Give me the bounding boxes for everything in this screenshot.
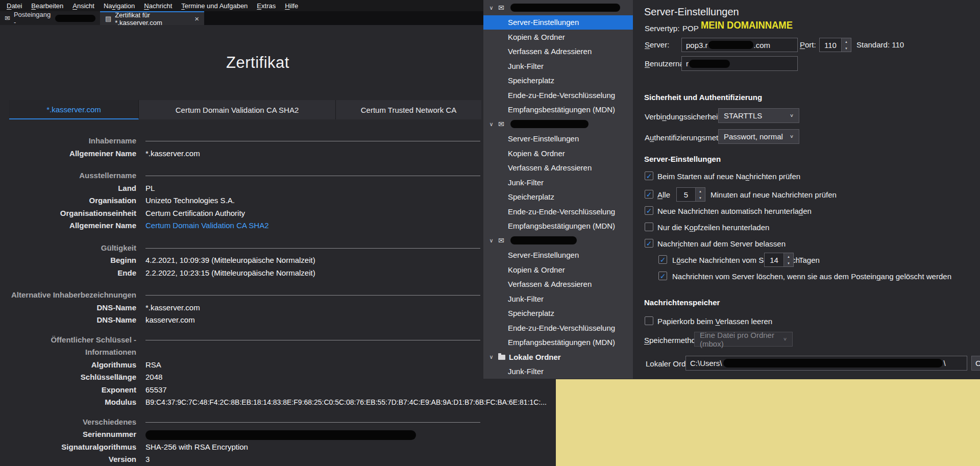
- issuer-cn-link[interactable]: Certum Domain Validation CA SHA2: [145, 221, 269, 230]
- sidebar-item-ende-zu-ende[interactable]: Ende-zu-Ende-Verschlüsselung: [483, 204, 633, 219]
- yellow-redaction-panel: [556, 379, 980, 466]
- local-directory-redaction: [723, 359, 943, 367]
- sidebar-item-empfangsbestaetigungen[interactable]: Empfangsbestätigungen (MDN): [483, 335, 633, 350]
- sidebar-item-server-einstellungen[interactable]: Server-Einstellungen: [483, 132, 633, 146]
- server-host-redaction: [708, 41, 753, 49]
- check-interval-checkbox[interactable]: [645, 190, 653, 199]
- chevron-down-icon[interactable]: ∨: [488, 121, 495, 128]
- cert-tab-kasserver[interactable]: *.kasserver.com: [9, 100, 139, 119]
- sidebar-item-local-junk-filter[interactable]: Junk-Filter: [483, 364, 633, 379]
- menu-navigation[interactable]: Navigation: [99, 1, 139, 11]
- account-header-2[interactable]: ∨ ✉: [483, 117, 633, 132]
- sidebar-item-junk-filter[interactable]: Junk-Filter: [483, 291, 633, 306]
- sidebar-item-server-einstellungen[interactable]: Server-Einstellungen: [483, 248, 633, 263]
- menu-datei[interactable]: Datei: [2, 1, 27, 11]
- sidebar-item-verfassen-adressieren[interactable]: Verfassen & Adressieren: [483, 277, 633, 292]
- serial-number-redaction: [145, 430, 416, 440]
- account-settings-sidebar: ∨ ✉ Server-Einstellungen Kopien & Ordner…: [483, 0, 633, 379]
- chevron-down-icon[interactable]: ∨: [488, 5, 495, 11]
- delete-after-checkbox[interactable]: [658, 255, 667, 264]
- sidebar-item-kopien-ordner[interactable]: Kopien & Ordner: [483, 146, 633, 161]
- headers-only-label: Nur die Kopfzeilen herunterladen: [657, 223, 769, 232]
- chevron-down-icon[interactable]: ∨: [488, 354, 495, 360]
- section-divider: [145, 141, 480, 141]
- section-divider: [145, 295, 480, 296]
- server-settings-section-header: Server-Einstellungen: [644, 155, 721, 163]
- check-interval-value[interactable]: 5: [677, 188, 695, 201]
- port-value[interactable]: 110: [820, 38, 841, 52]
- days-spin-up-icon[interactable]: ▲: [784, 253, 793, 260]
- local-folders-header[interactable]: ∨ Lokale Ordner: [483, 350, 633, 364]
- port-stepper[interactable]: 110 ▲▼: [819, 38, 851, 52]
- section-oeffentlicher-schluessel: Öffentlicher Schlüssel - Informationen A…: [0, 334, 556, 409]
- menu-hilfe[interactable]: Hilfe: [280, 1, 303, 11]
- cert-row: Schlüssellänge2048: [0, 371, 556, 384]
- sidebar-item-speicherplatz[interactable]: Speicherplatz: [483, 73, 633, 88]
- sidebar-item-empfangsbestaetigungen[interactable]: Empfangsbestätigungen (MDN): [483, 219, 633, 234]
- menu-extras[interactable]: Extras: [252, 1, 280, 11]
- account-header-3[interactable]: ∨ ✉: [483, 233, 633, 248]
- auth-method-select[interactable]: Passwort, normal ∨: [718, 129, 799, 144]
- sidebar-item-server-einstellungen[interactable]: Server-Einstellungen: [483, 15, 633, 30]
- menu-bar: Datei Bearbeiten Ansicht Navigation Nach…: [0, 0, 483, 11]
- section-verschiedenes: Verschiedenes Seriennummer Signaturalgor…: [0, 416, 556, 466]
- username-input[interactable]: r: [681, 56, 798, 71]
- sidebar-item-ende-zu-ende[interactable]: Ende-zu-Ende-Verschlüsselung: [483, 88, 633, 103]
- local-directory-input[interactable]: C:\Users\ \: [685, 356, 967, 371]
- menu-bearbeiten[interactable]: Bearbeiten: [27, 1, 68, 11]
- security-section-header: Sicherheit und Authentifizierung: [644, 93, 762, 102]
- check-interval-stepper[interactable]: 5 ▲▼: [676, 187, 705, 202]
- auto-download-checkbox[interactable]: [645, 206, 653, 215]
- interval-spin-up-icon[interactable]: ▲: [696, 188, 705, 194]
- chevron-down-icon[interactable]: ∨: [488, 237, 495, 244]
- cert-tab-certum-dv-ca[interactable]: Certum Domain Validation CA SHA2: [139, 100, 336, 119]
- server-input[interactable]: pop3.r .com: [681, 38, 798, 52]
- sidebar-item-speicherplatz[interactable]: Speicherplatz: [483, 190, 633, 205]
- check-interval-label-before: Alle: [657, 190, 670, 199]
- delete-after-stepper[interactable]: 14 ▲▼: [764, 253, 794, 267]
- interval-spin-down-icon[interactable]: ▼: [696, 194, 705, 201]
- chevron-down-icon: ∨: [783, 336, 787, 341]
- leave-on-server-checkbox[interactable]: [645, 239, 653, 248]
- headers-only-checkbox[interactable]: [645, 223, 653, 231]
- storage-method-select: Eine Datei pro Ordner (mbox) ∨: [694, 332, 793, 347]
- delete-after-label-after: Tagen: [799, 256, 820, 264]
- check-on-start-checkbox[interactable]: [645, 171, 653, 180]
- sidebar-item-verfassen-adressieren[interactable]: Verfassen & Adressieren: [483, 161, 633, 176]
- sidebar-item-kopien-ordner[interactable]: Kopien & Ordner: [483, 262, 633, 277]
- sidebar-item-verfassen-adressieren[interactable]: Verfassen & Adressieren: [483, 44, 633, 59]
- section-divider: [145, 248, 480, 249]
- server-type-value: POP: [682, 24, 699, 33]
- menu-ansicht[interactable]: Ansicht: [68, 1, 99, 11]
- tab-inbox-label: Posteingang -: [14, 11, 52, 26]
- sidebar-item-ende-zu-ende[interactable]: Ende-zu-Ende-Verschlüsselung: [483, 321, 633, 335]
- sidebar-item-junk-filter[interactable]: Junk-Filter: [483, 175, 633, 190]
- delete-with-inbox-checkbox[interactable]: [658, 272, 667, 280]
- account-header-1[interactable]: ∨ ✉: [483, 1, 633, 15]
- choose-folder-button[interactable]: Ordner wählen…: [971, 356, 980, 371]
- cert-row: OrganisationseinheitCertum Certification…: [0, 207, 556, 220]
- days-spin-down-icon[interactable]: ▼: [784, 260, 793, 266]
- sidebar-item-speicherplatz[interactable]: Speicherplatz: [483, 306, 633, 321]
- cert-tab-certum-trusted-ca[interactable]: Certum Trusted Network CA: [336, 100, 481, 119]
- menu-nachricht[interactable]: Nachricht: [139, 1, 177, 11]
- connection-security-select[interactable]: STARTTLS ∨: [718, 108, 799, 123]
- auth-method-value: Passwort, normal: [724, 132, 783, 141]
- tab-inbox[interactable]: ✉ Posteingang -: [0, 11, 100, 25]
- cert-row: Seriennummer: [0, 428, 556, 441]
- port-spin-up-icon[interactable]: ▲: [842, 38, 851, 45]
- sidebar-item-junk-filter[interactable]: Junk-Filter: [483, 59, 633, 73]
- tab-certificate[interactable]: ▤ Zertifikat für *.kasserver.com ×: [100, 11, 204, 25]
- document-icon: ▤: [105, 15, 111, 22]
- menu-termine-und-aufgaben[interactable]: Termine und Aufgaben: [177, 1, 252, 11]
- envelope-icon: ✉: [498, 236, 507, 244]
- sidebar-item-empfangsbestaetigungen[interactable]: Empfangsbestätigungen (MDN): [483, 103, 633, 117]
- section-alternative-inhaberbezeichnungen: Alternative Inhaberbezeichnungen DNS-Nam…: [0, 289, 556, 327]
- empty-trash-checkbox[interactable]: [645, 316, 653, 325]
- close-icon[interactable]: ×: [194, 14, 199, 23]
- local-directory-prefix: C:\Users\: [690, 359, 722, 367]
- port-spin-down-icon[interactable]: ▼: [842, 45, 851, 52]
- cert-row: LandPL: [0, 182, 556, 195]
- sidebar-item-kopien-ordner[interactable]: Kopien & Ordner: [483, 30, 633, 44]
- delete-after-value[interactable]: 14: [765, 253, 783, 266]
